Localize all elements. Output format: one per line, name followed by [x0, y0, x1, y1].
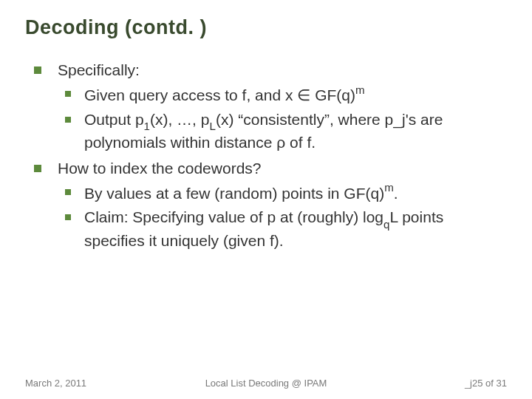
element-of-icon: ∈ — [297, 86, 310, 103]
bullet-by-values: By values at a few (random) points in GF… — [59, 182, 507, 204]
slide-content: Specifically: Given query access to f, a… — [25, 60, 507, 251]
slide-footer: March 2, 2011 Local List Decoding @ IPAM… — [0, 378, 532, 389]
bullet-text: Specifically: — [58, 61, 140, 78]
bullet-claim: Claim: Specifying value of p at (roughly… — [59, 207, 507, 251]
sub-list: Given query access to f, and x ∈ GF(q)m … — [59, 83, 507, 153]
slide: Decoding (contd. ) Specifically: Given q… — [0, 0, 532, 399]
subscript: 1 — [144, 120, 150, 132]
text-part: . — [394, 185, 398, 202]
subscript: q — [383, 218, 389, 231]
slide-title: Decoding (contd. ) — [25, 16, 507, 39]
bullet-list: Specifically: Given query access to f, a… — [30, 60, 507, 251]
text-part: Given query access to f, and x — [84, 86, 297, 103]
text-part: (x), …, p — [150, 111, 210, 128]
text-part: Output p — [84, 111, 144, 128]
text-part: GF(q) — [310, 86, 355, 103]
superscript: m — [355, 83, 365, 96]
bullet-specifically: Specifically: Given query access to f, a… — [30, 60, 507, 154]
text-part: Claim: Specifying value of p at (roughly… — [84, 208, 383, 225]
text-part: By values at a few (random) points in GF… — [84, 185, 384, 202]
bullet-how-to-index: How to index the codewords? By values at… — [30, 158, 507, 252]
bullet-given-query: Given query access to f, and x ∈ GF(q)m — [59, 83, 507, 106]
footer-title: Local List Decoding @ IPAM — [0, 378, 532, 389]
superscript: m — [384, 181, 394, 194]
sub-list: By values at a few (random) points in GF… — [59, 182, 507, 251]
subscript: L — [209, 120, 215, 132]
bullet-output: Output p1(x), …, pL(x) “consistently”, w… — [59, 109, 507, 154]
bullet-text: How to index the codewords? — [58, 160, 262, 177]
